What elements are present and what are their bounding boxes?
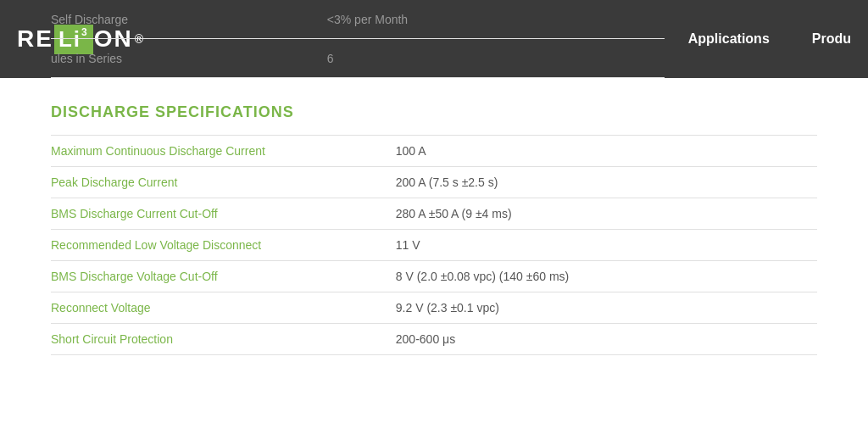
spec-value-max-discharge: 100 A xyxy=(396,144,817,158)
table-row: Maximum Continuous Discharge Current 100… xyxy=(51,135,817,167)
discharge-spec-table: Maximum Continuous Discharge Current 100… xyxy=(51,135,817,355)
spec-value-reconnect: 9.2 V (2.3 ±0.1 vpc) xyxy=(396,301,817,315)
table-row: Short Circuit Protection 200-600 μs xyxy=(51,324,817,355)
spec-label-short-circuit: Short Circuit Protection xyxy=(51,332,396,346)
nav-applications[interactable]: Applications xyxy=(663,0,795,78)
nav-products[interactable]: Produ xyxy=(795,0,868,78)
partial-row-self-discharge: Self Discharge <3% per Month xyxy=(51,0,665,39)
spec-value-peak-discharge: 200 A (7.5 s ±2.5 s) xyxy=(396,175,817,189)
logo-prefix: RE xyxy=(17,25,53,53)
nav-items: Applications Produ xyxy=(663,0,868,78)
main-content: DISCHARGE SPECIFICATIONS Maximum Continu… xyxy=(0,78,868,381)
partial-row-modules: ules in Series 6 xyxy=(51,39,665,78)
discharge-section-title: DISCHARGE SPECIFICATIONS xyxy=(51,103,817,121)
spec-value-bms-cutoff: 280 A ±50 A (9 ±4 ms) xyxy=(396,207,817,220)
spec-value-short-circuit: 200-600 μs xyxy=(396,332,817,346)
partial-value-self-discharge: <3% per Month xyxy=(327,13,408,26)
header: RELi3ON® Self Discharge <3% per Month ul… xyxy=(0,0,868,78)
table-row: BMS Discharge Voltage Cut-Off 8 V (2.0 ±… xyxy=(51,261,817,292)
partial-label-self-discharge: Self Discharge xyxy=(51,13,327,26)
table-row: Reconnect Voltage 9.2 V (2.3 ±0.1 vpc) xyxy=(51,292,817,324)
header-table-overlay: Self Discharge <3% per Month ules in Ser… xyxy=(51,0,665,78)
spec-value-low-voltage: 11 V xyxy=(396,238,817,252)
spec-label-reconnect: Reconnect Voltage xyxy=(51,301,396,315)
spec-value-bms-voltage-cutoff: 8 V (2.0 ±0.08 vpc) (140 ±60 ms) xyxy=(396,270,817,283)
spec-label-max-discharge: Maximum Continuous Discharge Current xyxy=(51,144,396,158)
table-row: Recommended Low Voltage Disconnect 11 V xyxy=(51,230,817,261)
partial-value-modules: 6 xyxy=(327,52,334,65)
table-row: BMS Discharge Current Cut-Off 280 A ±50 … xyxy=(51,198,817,230)
spec-label-bms-cutoff: BMS Discharge Current Cut-Off xyxy=(51,207,396,220)
spec-label-bms-voltage-cutoff: BMS Discharge Voltage Cut-Off xyxy=(51,270,396,283)
spec-label-low-voltage: Recommended Low Voltage Disconnect xyxy=(51,238,396,252)
partial-label-modules: ules in Series xyxy=(51,52,327,65)
spec-label-peak-discharge: Peak Discharge Current xyxy=(51,175,396,189)
table-row: Peak Discharge Current 200 A (7.5 s ±2.5… xyxy=(51,167,817,198)
